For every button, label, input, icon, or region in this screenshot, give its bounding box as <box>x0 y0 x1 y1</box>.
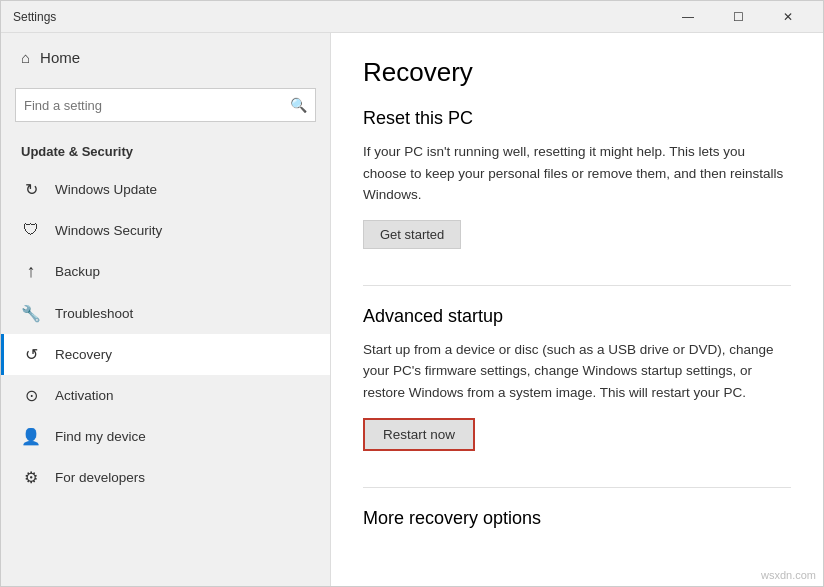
advanced-section-title: Advanced startup <box>363 306 791 327</box>
sidebar-item-label: Troubleshoot <box>55 306 133 321</box>
sidebar-item-activation[interactable]: ⊙ Activation <box>1 375 330 416</box>
troubleshoot-icon: 🔧 <box>21 304 41 323</box>
minimize-button[interactable]: — <box>665 1 711 33</box>
settings-window: Settings — ☐ ✕ ⌂ Home 🔍 Update & Securit… <box>0 0 824 587</box>
title-bar-controls: — ☐ ✕ <box>665 1 811 33</box>
restart-now-button[interactable]: Restart now <box>363 418 475 451</box>
divider-2 <box>363 487 791 488</box>
sidebar-item-label: Find my device <box>55 429 146 444</box>
sidebar-item-label: Recovery <box>55 347 112 362</box>
main-content: Recovery Reset this PC If your PC isn't … <box>331 33 823 586</box>
search-box[interactable]: 🔍 <box>15 88 316 122</box>
home-icon: ⌂ <box>21 49 30 66</box>
windows-update-icon: ↻ <box>21 180 41 199</box>
reset-section-title: Reset this PC <box>363 108 791 129</box>
reset-section-desc: If your PC isn't running well, resetting… <box>363 141 791 206</box>
sidebar-home-item[interactable]: ⌂ Home <box>1 33 330 82</box>
title-bar: Settings — ☐ ✕ <box>1 1 823 33</box>
more-recovery-title: More recovery options <box>363 508 791 529</box>
sidebar-item-label: Windows Security <box>55 223 162 238</box>
sidebar-item-windows-security[interactable]: 🛡 Windows Security <box>1 210 330 250</box>
window-title: Settings <box>13 10 665 24</box>
divider <box>363 285 791 286</box>
sidebar-item-find-my-device[interactable]: 👤 Find my device <box>1 416 330 457</box>
search-input[interactable] <box>24 98 290 113</box>
maximize-button[interactable]: ☐ <box>715 1 761 33</box>
sidebar-item-troubleshoot[interactable]: 🔧 Troubleshoot <box>1 293 330 334</box>
find-my-device-icon: 👤 <box>21 427 41 446</box>
sidebar-item-backup[interactable]: ↑ Backup <box>1 250 330 293</box>
sidebar-section-title: Update & Security <box>1 136 330 169</box>
sidebar-item-recovery[interactable]: ↺ Recovery <box>1 334 330 375</box>
get-started-button[interactable]: Get started <box>363 220 461 249</box>
page-title: Recovery <box>363 57 791 88</box>
activation-icon: ⊙ <box>21 386 41 405</box>
content-area: ⌂ Home 🔍 Update & Security ↻ Windows Upd… <box>1 33 823 586</box>
backup-icon: ↑ <box>21 261 41 282</box>
recovery-icon: ↺ <box>21 345 41 364</box>
advanced-section-desc: Start up from a device or disc (such as … <box>363 339 791 404</box>
search-icon: 🔍 <box>290 97 307 113</box>
sidebar-item-label: Activation <box>55 388 114 403</box>
sidebar-item-label: For developers <box>55 470 145 485</box>
close-button[interactable]: ✕ <box>765 1 811 33</box>
sidebar-home-label: Home <box>40 49 80 66</box>
for-developers-icon: ⚙ <box>21 468 41 487</box>
watermark: wsxdn.com <box>761 569 816 581</box>
windows-security-icon: 🛡 <box>21 221 41 239</box>
sidebar-item-for-developers[interactable]: ⚙ For developers <box>1 457 330 498</box>
sidebar-item-windows-update[interactable]: ↻ Windows Update <box>1 169 330 210</box>
sidebar: ⌂ Home 🔍 Update & Security ↻ Windows Upd… <box>1 33 331 586</box>
sidebar-item-label: Windows Update <box>55 182 157 197</box>
sidebar-item-label: Backup <box>55 264 100 279</box>
